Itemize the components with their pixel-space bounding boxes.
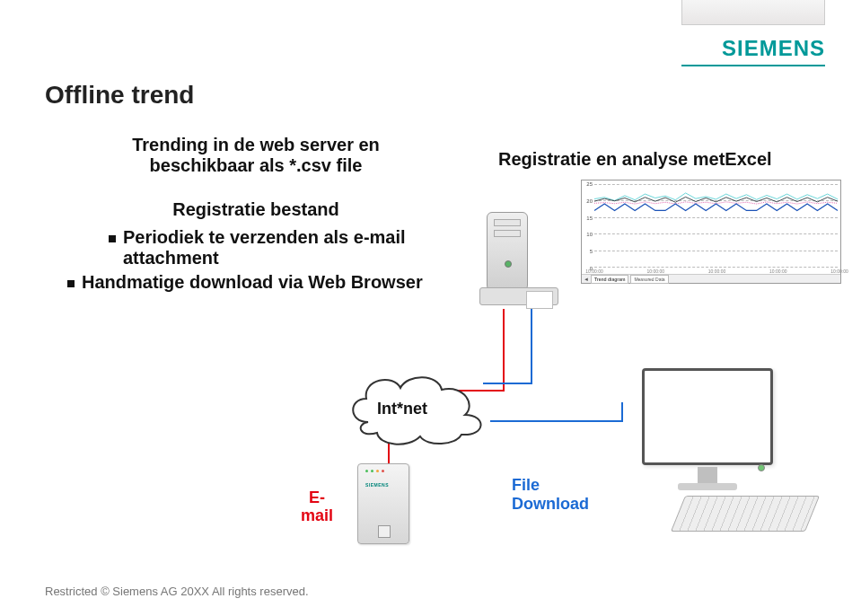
workstation-illustration (615, 368, 813, 539)
server-power-led-icon (505, 260, 512, 268)
email-label: E- mail (301, 489, 333, 525)
plc-brand-text: SIEMENS (365, 482, 389, 488)
bullet-item-2: Handmatige download via Web Browser (67, 272, 426, 293)
file-download-line2: Download (512, 495, 589, 513)
header-decor-bar (681, 0, 825, 25)
chart-tab-trend-diagram[interactable]: Trend diagram (591, 275, 628, 284)
chart-y-tick-label: 15 (584, 216, 593, 221)
flow-line-email (503, 309, 505, 392)
server-front-slot (526, 291, 553, 309)
plc-port-icon (378, 525, 391, 538)
bullet-marker-icon (67, 280, 75, 287)
subheading: Registratie bestand (85, 199, 426, 220)
monitor-icon (642, 368, 773, 465)
bullet-item-1: Periodiek te verzenden als e-mail attach… (109, 227, 426, 268)
chart-tab-measured-data[interactable]: Measured Data (630, 275, 668, 284)
plc-led-red-icon (382, 470, 384, 472)
internet-cloud-label: Int*net (377, 400, 427, 418)
footer-copyright: Restricted © Siemens AG 20XX All rights … (45, 585, 309, 598)
chart-gridline (594, 267, 838, 268)
bullet-text-1: Periodiek te verzenden als e-mail attach… (123, 227, 426, 268)
server-illustration (479, 212, 558, 309)
brand-underline (681, 65, 825, 66)
chart-y-tick-label: 5 (584, 249, 593, 254)
file-download-line1: File (512, 476, 540, 494)
chart-series-layer (594, 184, 838, 267)
plc-led-green-icon (365, 470, 368, 472)
email-label-line2: mail (301, 506, 333, 524)
page-title: Offline trend (45, 81, 194, 110)
brand-logo: SIEMENS (681, 36, 825, 61)
flow-line-download (531, 309, 532, 384)
chart-tab-scroll-left-icon[interactable]: ◄ (584, 277, 589, 282)
keyboard-icon (671, 496, 820, 532)
intro-line-1: Trending in de web server en (132, 135, 380, 154)
chart-series-noisy-cyan (594, 193, 838, 200)
plc-led-green-icon (371, 470, 373, 472)
chart-y-tick-label: 25 (584, 181, 593, 187)
intro-line-2: beschikbaar als *.csv file (150, 155, 363, 175)
monitor-stand (698, 467, 717, 485)
chart-tabs: ◄ Trend diagram Measured Data (582, 274, 840, 283)
brand-logo-block: SIEMENS (681, 36, 825, 66)
chart-series-blue-step (594, 204, 838, 210)
plc-module-illustration: SIEMENS (357, 463, 409, 544)
bullet-marker-icon (109, 235, 116, 242)
chart-heading: Registratie en analyse metExcel (498, 149, 772, 170)
file-download-label: File Download (512, 476, 589, 513)
plc-led-orange-icon (376, 470, 379, 472)
server-drive-slot (494, 230, 521, 237)
trend-chart: 0510152025 10:00:0010:00:0010:00:0010:00… (581, 180, 841, 284)
chart-y-tick-label: 10 (584, 232, 593, 237)
server-drive-slot (494, 219, 521, 226)
left-text-column: Trending in de web server en beschikbaar… (85, 135, 426, 296)
chart-y-tick-label: 20 (584, 198, 593, 204)
flow-line-download (490, 420, 623, 422)
intro-paragraph: Trending in de web server en beschikbaar… (85, 135, 426, 176)
bullet-text-2: Handmatige download via Web Browser (82, 272, 423, 293)
monitor-stand-base (678, 483, 737, 490)
plc-led-row (365, 470, 384, 472)
email-label-line1: E- (309, 488, 325, 506)
